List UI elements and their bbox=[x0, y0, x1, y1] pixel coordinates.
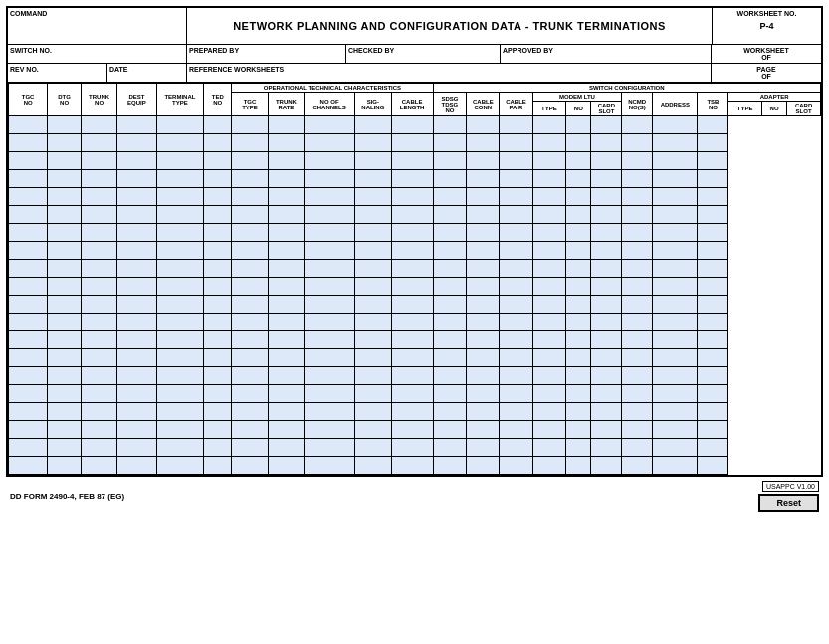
table-cell bbox=[355, 421, 391, 439]
table-cell bbox=[48, 260, 82, 278]
table-cell bbox=[156, 152, 204, 170]
table-cell bbox=[467, 367, 500, 385]
table-cell bbox=[698, 385, 728, 403]
table-cell bbox=[433, 314, 467, 331]
table-cell bbox=[156, 278, 204, 296]
table-cell bbox=[204, 403, 232, 421]
table-cell bbox=[268, 206, 304, 224]
table-cell bbox=[81, 188, 116, 206]
table-cell bbox=[355, 331, 391, 349]
table-cell bbox=[500, 116, 532, 134]
table-cell bbox=[9, 331, 48, 349]
table-cell bbox=[355, 206, 391, 224]
table-row bbox=[9, 260, 821, 278]
table-cell bbox=[566, 152, 591, 170]
col-ad-no: NO bbox=[761, 102, 786, 116]
table-cell bbox=[591, 260, 622, 278]
table-cell bbox=[117, 403, 156, 421]
table-cell bbox=[391, 331, 433, 349]
table-cell bbox=[622, 331, 653, 349]
table-cell bbox=[500, 170, 532, 188]
table-cell bbox=[622, 134, 653, 152]
table-cell bbox=[117, 367, 156, 385]
table-cell bbox=[653, 457, 698, 475]
table-cell bbox=[653, 224, 698, 242]
table-cell bbox=[81, 116, 116, 134]
table-cell bbox=[391, 349, 433, 367]
table-cell bbox=[9, 457, 48, 475]
table-row bbox=[9, 367, 821, 385]
table-cell bbox=[268, 188, 304, 206]
table-cell bbox=[305, 242, 355, 260]
table-row bbox=[9, 349, 821, 367]
table-cell bbox=[622, 116, 653, 134]
table-cell bbox=[532, 224, 566, 242]
table-cell bbox=[467, 278, 500, 296]
table-cell bbox=[268, 331, 304, 349]
table-cell bbox=[268, 278, 304, 296]
table-cell bbox=[9, 439, 48, 457]
table-cell bbox=[268, 260, 304, 278]
table-cell bbox=[391, 296, 433, 314]
table-cell bbox=[355, 116, 391, 134]
table-cell bbox=[591, 439, 622, 457]
table-row bbox=[9, 331, 821, 349]
table-row bbox=[9, 134, 821, 152]
table-cell bbox=[467, 224, 500, 242]
table-cell bbox=[566, 421, 591, 439]
table-cell bbox=[566, 314, 591, 331]
table-cell bbox=[305, 170, 355, 188]
table-cell bbox=[467, 385, 500, 403]
table-cell bbox=[48, 367, 82, 385]
table-cell bbox=[81, 260, 116, 278]
table-cell bbox=[391, 385, 433, 403]
table-cell bbox=[305, 224, 355, 242]
table-row bbox=[9, 170, 821, 188]
table-cell bbox=[653, 439, 698, 457]
table-cell bbox=[433, 116, 467, 134]
table-cell bbox=[622, 385, 653, 403]
table-cell bbox=[48, 116, 82, 134]
col-dtg-no: DTG NO bbox=[48, 84, 82, 116]
date-label: DATE bbox=[107, 64, 187, 82]
table-cell bbox=[622, 242, 653, 260]
command-label: COMMAND bbox=[10, 10, 184, 17]
table-cell bbox=[698, 421, 728, 439]
table-cell bbox=[433, 206, 467, 224]
table-cell bbox=[204, 188, 232, 206]
col-trunk-no: TRUNK NO bbox=[81, 84, 116, 116]
table-cell bbox=[532, 170, 566, 188]
table-row bbox=[9, 296, 821, 314]
table-cell bbox=[591, 296, 622, 314]
switch-config-label: SWITCH CONFIGURATION bbox=[433, 84, 820, 93]
table-cell bbox=[500, 260, 532, 278]
table-cell bbox=[653, 152, 698, 170]
table-cell bbox=[591, 242, 622, 260]
table-cell bbox=[204, 224, 232, 242]
table-cell bbox=[81, 242, 116, 260]
table-cell bbox=[698, 439, 728, 457]
reset-button[interactable]: Reset bbox=[758, 494, 819, 512]
table-cell bbox=[653, 134, 698, 152]
table-cell bbox=[591, 421, 622, 439]
table-cell bbox=[566, 278, 591, 296]
col-terminal-type: TERMINAL TYPE bbox=[156, 84, 204, 116]
table-cell bbox=[48, 296, 82, 314]
table-cell bbox=[698, 224, 728, 242]
table-cell bbox=[532, 152, 566, 170]
table-cell bbox=[9, 188, 48, 206]
table-cell bbox=[566, 188, 591, 206]
table-cell bbox=[622, 457, 653, 475]
table-cell bbox=[268, 170, 304, 188]
table-cell bbox=[355, 242, 391, 260]
table-cell bbox=[232, 224, 268, 242]
table-cell bbox=[500, 367, 532, 385]
table-cell bbox=[433, 403, 467, 421]
table-cell bbox=[591, 278, 622, 296]
table-cell bbox=[622, 367, 653, 385]
table-cell bbox=[9, 421, 48, 439]
table-cell bbox=[698, 116, 728, 134]
table-cell bbox=[9, 170, 48, 188]
table-cell bbox=[532, 421, 566, 439]
table-cell bbox=[500, 152, 532, 170]
